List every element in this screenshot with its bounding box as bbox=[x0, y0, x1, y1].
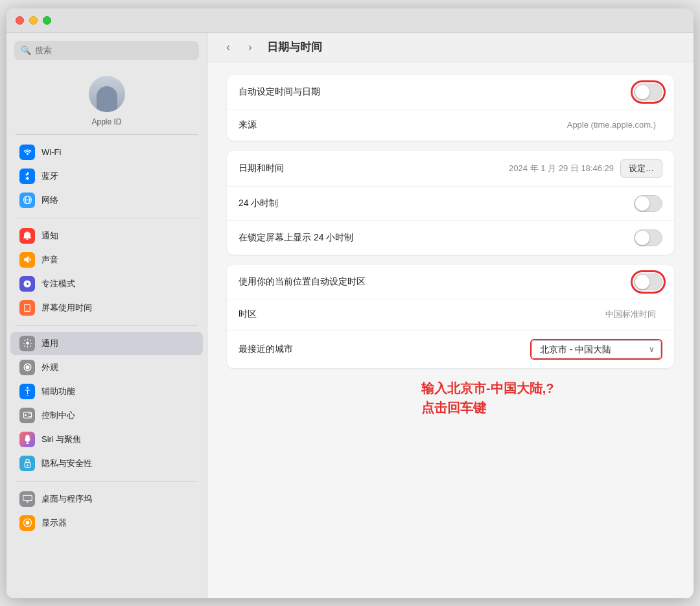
auto-time-label: 自动设定时间与日期 bbox=[239, 86, 634, 98]
sidebar-item-label-screentime: 屏幕使用时间 bbox=[41, 302, 92, 314]
auto-time-toggle[interactable] bbox=[634, 84, 662, 100]
svg-rect-16 bbox=[23, 495, 32, 500]
general-icon bbox=[19, 336, 35, 351]
annotation-line2: 点击回车键 bbox=[421, 398, 674, 417]
annotation-line1: 输入北京市-中国大陆,? bbox=[421, 379, 674, 398]
toggle-thumb-24h-lock bbox=[635, 231, 649, 245]
datetime-label: 日期和时间 bbox=[239, 163, 509, 174]
nearest-city-label: 最接近的城市 bbox=[239, 344, 530, 355]
sidebar-item-wifi[interactable]: Wi-Fi bbox=[10, 141, 203, 164]
appearance-icon bbox=[19, 360, 35, 375]
apple-id-section[interactable]: Apple ID bbox=[6, 65, 207, 132]
wifi-icon bbox=[19, 145, 35, 160]
svg-point-15 bbox=[27, 465, 29, 467]
sidebar-item-label-wifi: Wi-Fi bbox=[41, 147, 61, 157]
sidebar-item-accessibility[interactable]: 辅助功能 bbox=[10, 380, 203, 403]
sidebar-item-privacy[interactable]: 隐私与安全性 bbox=[10, 452, 203, 475]
sidebar-item-notify[interactable]: 通知 bbox=[10, 224, 203, 248]
settings-row-24h-lock: 在锁定屏幕上显示 24 小时制 bbox=[227, 221, 674, 255]
24h-lock-toggle[interactable] bbox=[634, 229, 662, 246]
toggle-thumb-tz bbox=[635, 275, 649, 289]
settings-group-auto: 自动设定时间与日期 来源 Apple (time.apple.com.) bbox=[227, 75, 674, 141]
svg-point-9 bbox=[25, 414, 27, 416]
avatar bbox=[89, 76, 125, 112]
sidebar-item-general[interactable]: 通用 bbox=[10, 332, 203, 355]
sound-icon bbox=[19, 252, 35, 268]
avatar-inner bbox=[89, 76, 125, 112]
siri-icon bbox=[19, 432, 35, 447]
settings-row-nearest-city: 最接近的城市 北京市 - 中国大陆 ∨ bbox=[227, 331, 674, 368]
sidebar-item-focus[interactable]: 专注模式 bbox=[10, 272, 203, 296]
sidebar: 🔍 Apple ID Wi-Fi bbox=[6, 33, 207, 598]
sidebar-item-label-desktop: 桌面与程序坞 bbox=[41, 493, 92, 505]
source-value: Apple (time.apple.com.) bbox=[567, 120, 656, 130]
settings-group-datetime: 日期和时间 2024 年 1 月 29 日 18:46:29 设定… 24 小时… bbox=[227, 151, 674, 255]
city-select[interactable]: 北京市 - 中国大陆 bbox=[531, 340, 661, 358]
set-date-button[interactable]: 设定… bbox=[620, 159, 662, 178]
svg-point-4 bbox=[26, 342, 29, 345]
sidebar-item-label-siri: Siri 与聚焦 bbox=[41, 434, 81, 445]
accessibility-icon bbox=[19, 384, 35, 399]
sidebar-item-label-network: 网络 bbox=[41, 194, 58, 206]
desktop-icon bbox=[19, 491, 35, 507]
avatar-figure bbox=[97, 86, 117, 112]
notify-icon bbox=[19, 228, 35, 244]
24h-label: 24 小时制 bbox=[239, 198, 634, 209]
settings-row-24h: 24 小时制 bbox=[227, 187, 674, 221]
sidebar-divider-2 bbox=[16, 218, 198, 218]
auto-tz-toggle[interactable] bbox=[634, 274, 662, 290]
sidebar-item-label-focus: 专注模式 bbox=[41, 278, 75, 290]
back-button[interactable]: ‹ bbox=[220, 40, 236, 55]
sidebar-item-label-notify: 通知 bbox=[41, 230, 58, 242]
settings-row-datetime: 日期和时间 2024 年 1 月 29 日 18:46:29 设定… bbox=[227, 151, 674, 187]
search-bar[interactable]: 🔍 bbox=[14, 41, 199, 60]
sidebar-item-label-control: 控制中心 bbox=[41, 410, 75, 421]
sidebar-item-label-general: 通用 bbox=[41, 338, 58, 349]
settings-group-timezone: 使用你的当前位置自动设定时区 时区 中国标准时间 最接近的城市 北京市 bbox=[227, 265, 674, 368]
sidebar-section-hardware: 桌面与程序坞 显示器 bbox=[6, 484, 207, 538]
settings-panel: 自动设定时间与日期 来源 Apple (time.apple.com.) 日期和… bbox=[207, 62, 694, 598]
sidebar-item-control[interactable]: 控制中心 bbox=[10, 404, 203, 427]
sidebar-item-sound[interactable]: 声音 bbox=[10, 248, 203, 272]
sidebar-item-label-sound: 声音 bbox=[41, 254, 58, 266]
maximize-button[interactable] bbox=[43, 16, 51, 25]
page-title: 日期与时间 bbox=[267, 40, 322, 54]
annotation: 输入北京市-中国大陆,? 点击回车键 bbox=[421, 379, 674, 417]
sidebar-item-label-display: 显示器 bbox=[41, 517, 67, 529]
auto-tz-label: 使用你的当前位置自动设定时区 bbox=[239, 276, 634, 288]
sidebar-section-system: 通知 声音 专注模式 bbox=[6, 221, 207, 323]
main-content: ‹ › 日期与时间 自动设定时间与日期 来源 Apple (time.apple… bbox=[207, 33, 694, 598]
apple-id-label: Apple ID bbox=[91, 117, 121, 126]
settings-row-timezone: 时区 中国标准时间 bbox=[227, 299, 674, 331]
sidebar-item-label-privacy: 隐私与安全性 bbox=[41, 458, 92, 469]
sidebar-item-siri[interactable]: Siri 与聚焦 bbox=[10, 428, 203, 451]
timezone-label: 时区 bbox=[239, 309, 605, 320]
network-icon bbox=[19, 192, 35, 208]
sidebar-item-appearance[interactable]: 外观 bbox=[10, 356, 203, 379]
forward-button[interactable]: › bbox=[242, 40, 258, 55]
sidebar-divider-4 bbox=[16, 481, 198, 482]
sidebar-item-screentime[interactable]: 屏幕使用时间 bbox=[10, 296, 203, 320]
sidebar-section-connectivity: Wi-Fi 蓝牙 网络 bbox=[6, 137, 207, 215]
24h-toggle[interactable] bbox=[634, 195, 662, 212]
search-icon: 🔍 bbox=[21, 45, 31, 55]
search-input[interactable] bbox=[35, 45, 192, 55]
control-icon bbox=[19, 408, 35, 423]
sidebar-item-label-appearance: 外观 bbox=[41, 362, 58, 373]
main-window: 🔍 Apple ID Wi-Fi bbox=[6, 8, 694, 598]
datetime-value: 2024 年 1 月 29 日 18:46:29 bbox=[509, 163, 614, 174]
24h-lock-label: 在锁定屏幕上显示 24 小时制 bbox=[239, 232, 634, 244]
toggle-thumb-24h bbox=[635, 196, 649, 211]
sidebar-item-desktop[interactable]: 桌面与程序坞 bbox=[10, 487, 203, 511]
timezone-value: 中国标准时间 bbox=[605, 309, 656, 320]
titlebar bbox=[6, 8, 694, 33]
sidebar-item-bluetooth[interactable]: 蓝牙 bbox=[10, 165, 203, 188]
city-select-wrapper: 北京市 - 中国大陆 ∨ bbox=[530, 339, 662, 360]
bluetooth-icon bbox=[19, 169, 35, 184]
svg-point-7 bbox=[27, 387, 29, 389]
sidebar-item-label-accessibility: 辅助功能 bbox=[41, 386, 75, 397]
minimize-button[interactable] bbox=[29, 16, 38, 25]
sidebar-item-network[interactable]: 网络 bbox=[10, 189, 203, 212]
close-button[interactable] bbox=[16, 16, 24, 25]
sidebar-item-display[interactable]: 显示器 bbox=[10, 511, 203, 535]
